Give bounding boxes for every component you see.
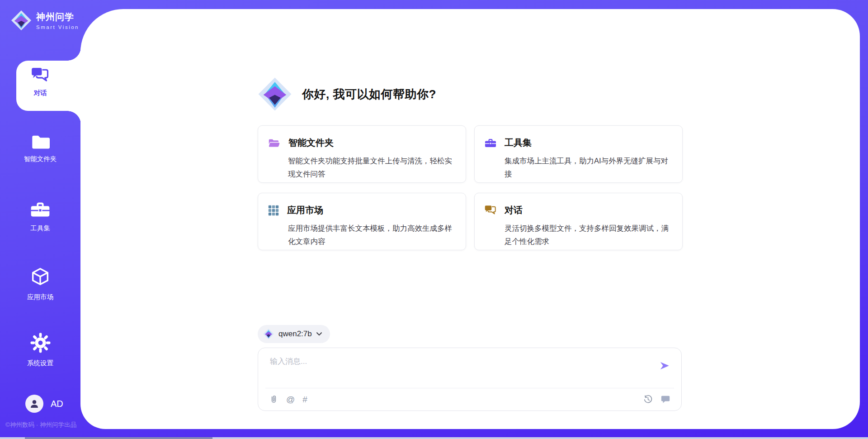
history-icon	[643, 395, 653, 404]
card-description: 灵活切换多模型文件，支持多样回复效果调试，满足个性化需求	[505, 222, 670, 248]
sidebar-item-smart-folder[interactable]: 智能文件夹	[0, 134, 80, 163]
folder-icon	[31, 134, 50, 149]
card-title: 工具集	[505, 137, 532, 149]
brand-subtitle: Smart Vision	[36, 24, 79, 30]
composer-divider	[265, 388, 674, 388]
assistant-diamond-icon	[258, 77, 292, 111]
sidebar-item-label: 对话	[0, 89, 80, 97]
brand-name: 神州问学	[36, 11, 79, 23]
person-icon	[29, 398, 40, 409]
app-root: { "brand": { "name": "神州问学", "subtitle":…	[0, 0, 868, 439]
composer-toolbar: @ #	[269, 394, 670, 404]
scrollbar-thumb[interactable]	[25, 437, 212, 439]
card-app-market[interactable]: 应用市场 应用市场提供丰富长文本模板，助力高效生成多样化文章内容	[258, 193, 466, 250]
card-smart-folder[interactable]: 智能文件夹 智能文件夹功能支持批量文件上传与清洗，轻松实现文件问答	[258, 125, 466, 183]
sidebar-item-label: 工具集	[0, 224, 80, 233]
model-diamond-icon	[263, 329, 274, 339]
avatar	[25, 395, 43, 413]
greeting-title: 你好, 我可以如何帮助你?	[302, 86, 436, 102]
horizontal-scrollbar[interactable]	[0, 437, 868, 439]
sidebar-item-label: 智能文件夹	[0, 155, 80, 163]
conversation-button[interactable]	[660, 394, 670, 404]
sidebar-item-app-market[interactable]: 应用市场	[0, 267, 80, 301]
sidebar-item-settings[interactable]: 系统设置	[0, 332, 80, 367]
history-button[interactable]	[643, 395, 653, 404]
sidebar-item-label: 系统设置	[0, 359, 80, 367]
card-toolset[interactable]: 工具集 集成市场上主流工具，助力AI与外界无缝扩展与对接	[474, 125, 683, 183]
card-title: 智能文件夹	[288, 137, 334, 149]
paperclip-icon	[269, 395, 278, 404]
chat-bubbles-icon	[31, 67, 49, 83]
chat-bubbles-icon	[485, 205, 496, 215]
message-input[interactable]	[270, 357, 650, 366]
model-name: qwen2:7b	[278, 329, 312, 339]
mention-button[interactable]: @	[286, 395, 295, 404]
card-title: 对话	[505, 204, 523, 216]
toolbox-icon	[30, 200, 50, 219]
sidebar-item-label: 应用市场	[0, 293, 80, 301]
card-description: 应用市场提供丰富长文本模板，助力高效生成多样化文章内容	[288, 222, 454, 248]
brand-logo: 神州问学 Smart Vision	[11, 10, 79, 31]
cube-icon	[30, 267, 51, 287]
brand-diamond-icon	[11, 10, 32, 31]
model-selector[interactable]: qwen2:7b	[258, 325, 330, 343]
toolbox-icon	[485, 138, 496, 148]
card-title: 应用市场	[287, 204, 323, 216]
chevron-down-icon	[316, 332, 322, 336]
feature-cards: 智能文件夹 智能文件夹功能支持批量文件上传与清洗，轻松实现文件问答 工具集 集成…	[258, 125, 683, 250]
send-button[interactable]	[659, 360, 670, 373]
sidebar: 神州问学 Smart Vision 对话 智能文件夹 工具集 应用市场 系统设置…	[0, 0, 80, 439]
folder-open-icon	[268, 138, 280, 148]
copyright-text: ©神州数码 · 神州问学出品	[5, 421, 91, 429]
sidebar-item-toolset[interactable]: 工具集	[0, 200, 80, 233]
user-name: AD	[51, 399, 63, 409]
chat-filled-icon	[660, 394, 670, 404]
greeting-block: 你好, 我可以如何帮助你?	[258, 77, 683, 111]
attach-button[interactable]	[269, 395, 278, 404]
user-account[interactable]: AD	[25, 395, 63, 413]
topic-button[interactable]: #	[302, 395, 307, 404]
card-description: 智能文件夹功能支持批量文件上传与清洗，轻松实现文件问答	[288, 154, 454, 181]
app-grid-icon	[268, 205, 279, 216]
send-icon	[659, 360, 670, 372]
gear-icon	[30, 332, 51, 353]
message-composer: @ #	[258, 348, 682, 411]
card-chat[interactable]: 对话 灵活切换多模型文件，支持多样回复效果调试，满足个性化需求	[474, 193, 683, 250]
sidebar-item-chat[interactable]: 对话	[0, 67, 80, 97]
main-content: 你好, 我可以如何帮助你? 智能文件夹 智能文件夹功能支持批量文件上传与清洗，轻…	[80, 9, 860, 429]
card-description: 集成市场上主流工具，助力AI与外界无缝扩展与对接	[505, 154, 670, 181]
